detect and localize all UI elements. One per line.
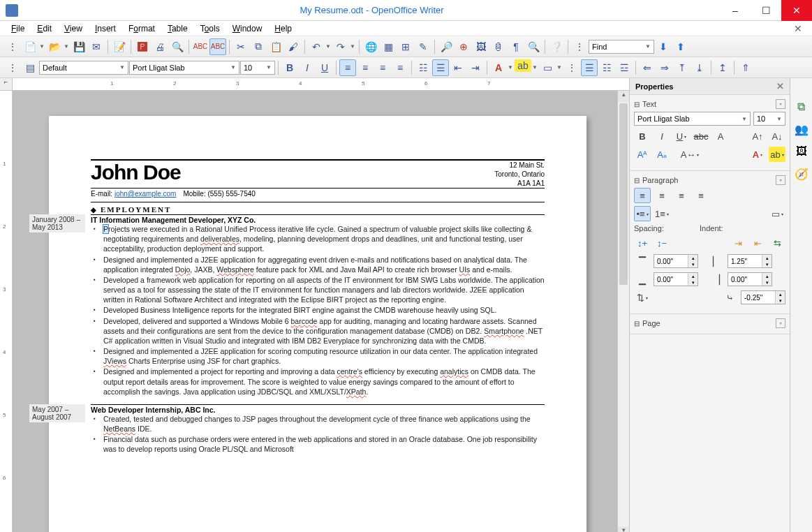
hanging-indent-button[interactable]: ⇆ — [769, 235, 785, 251]
subscript-button[interactable]: Aₐ — [654, 147, 670, 162]
underline-button[interactable]: U▾ — [673, 128, 690, 144]
linespacing-button[interactable]: ⇅▾ — [634, 290, 651, 305]
align-center-button[interactable]: ≡ — [654, 188, 670, 203]
job-title[interactable]: IT Information Management Developer, XYZ… — [91, 214, 545, 224]
fontcolor-button[interactable]: A — [490, 59, 507, 76]
chevron-down-icon[interactable]: ▼ — [531, 59, 538, 76]
below-spacing-input[interactable]: ▴▾ — [654, 272, 698, 286]
style-combo[interactable]: Default▼ — [39, 61, 128, 75]
datasources-icon[interactable]: 🛢 — [490, 38, 507, 55]
menu-insert[interactable]: Insert — [89, 22, 121, 35]
incr-spacing-button[interactable]: ↕+ — [634, 235, 651, 251]
hyperlink-icon[interactable]: 🌐 — [362, 38, 379, 55]
chevron-down-icon[interactable]: ▼ — [349, 38, 356, 55]
job-block[interactable]: January 2008 – May 2013 IT Information M… — [91, 214, 545, 397]
maximize-button[interactable]: ☐ — [751, 0, 781, 21]
numbered-list-button[interactable]: ☷ — [415, 59, 431, 76]
copy-icon[interactable]: ⧉ — [250, 38, 267, 55]
vertical-ruler[interactable]: 123 456 — [0, 91, 13, 532]
bold-button[interactable]: B — [634, 128, 651, 144]
section-header[interactable]: EMPLOYMENT — [91, 202, 545, 214]
nav-prev-icon[interactable]: ⇐ — [639, 59, 656, 76]
nonprinting-icon[interactable]: ¶ — [508, 38, 524, 55]
list-item[interactable]: Designed and implemented a project for r… — [101, 367, 545, 397]
section-toggle[interactable]: Text▫ — [634, 98, 785, 112]
handle-icon[interactable]: ⋮ — [4, 38, 21, 55]
chevron-down-icon[interactable]: ▼ — [38, 38, 45, 55]
close-button[interactable]: ✕ — [781, 0, 812, 21]
help-icon[interactable]: ❔ — [548, 38, 565, 55]
align-justify-button[interactable]: ≡ — [693, 188, 709, 203]
bgcolor-button[interactable]: ▭▾ — [769, 206, 785, 221]
show-icon[interactable]: ⊞ — [397, 38, 414, 55]
preview-icon[interactable]: 🔍 — [169, 38, 186, 55]
gallery-icon[interactable]: 🖼 — [473, 38, 489, 55]
incr-indent-button[interactable]: ⇥ — [730, 235, 746, 251]
italic-button[interactable]: I — [299, 59, 316, 76]
undo-icon[interactable]: ↶ — [308, 38, 325, 55]
handle-icon[interactable]: ⋮ — [4, 59, 21, 76]
align-left-button[interactable]: ≡ — [634, 188, 651, 203]
cut-icon[interactable]: ✂ — [232, 38, 249, 55]
menu-view[interactable]: View — [59, 22, 88, 35]
align-right-button[interactable]: ≡ — [673, 188, 690, 203]
page[interactable]: John Doe 12 Main St. Toronto, Ontario A1… — [49, 116, 586, 532]
strike-button[interactable]: abc — [693, 128, 709, 144]
draw-icon[interactable]: ✎ — [415, 38, 431, 55]
autospell-icon[interactable]: ABC — [209, 38, 226, 55]
decr-spacing-button[interactable]: ↕− — [654, 235, 670, 251]
bgcolor-button[interactable]: ▭ — [539, 59, 556, 76]
job-block[interactable]: May 2007 – August 2007 Web Developer Int… — [91, 404, 545, 455]
list-button[interactable]: ☰ — [581, 59, 598, 76]
new-icon[interactable]: 📄 — [22, 38, 38, 55]
open-icon[interactable]: 📂 — [46, 38, 63, 55]
scroll-thumb[interactable] — [619, 103, 628, 285]
chevron-down-icon[interactable]: ▼ — [325, 38, 332, 55]
menu-format[interactable]: Format — [123, 22, 161, 35]
italic-button[interactable]: I — [654, 128, 670, 144]
list3-button[interactable]: ☲ — [616, 59, 633, 76]
menu-help[interactable]: Help — [269, 22, 297, 35]
chevron-down-icon[interactable]: ▼ — [507, 59, 514, 76]
close-icon[interactable]: ✕ — [776, 81, 784, 91]
more-icon[interactable]: ▫ — [776, 175, 785, 185]
handle-icon[interactable]: ⋮ — [563, 59, 580, 76]
pdf-icon[interactable]: 🅿 — [134, 38, 151, 55]
list2-button[interactable]: ☷ — [598, 59, 615, 76]
menu-window[interactable]: Window — [227, 22, 268, 35]
align-justify-button[interactable]: ≡ — [392, 59, 408, 76]
indent-button[interactable]: ⇥ — [467, 59, 484, 76]
vertical-scrollbar[interactable]: ▴ ▾ — [617, 91, 629, 532]
print-icon[interactable]: 🖨 — [152, 38, 168, 55]
job-date[interactable]: January 2008 – May 2013 — [29, 214, 85, 232]
navigator-tab-icon[interactable]: 🧭 — [792, 165, 811, 183]
bold-button[interactable]: B — [281, 59, 298, 76]
promote-icon[interactable]: ⤒ — [674, 59, 691, 76]
list-item[interactable]: Designed and implemented a J2EE applicat… — [101, 346, 545, 366]
spacing-button[interactable]: A↔▾ — [681, 147, 698, 162]
find-prev-icon[interactable]: ⬆ — [672, 38, 689, 55]
bullet-list-button[interactable]: ☰ — [432, 59, 449, 76]
resume-contact[interactable]: E-mail: john@example.com Mobile: (555) 5… — [91, 189, 545, 202]
movedown-icon[interactable]: ⇑ — [737, 59, 754, 76]
more-icon[interactable]: ▫ — [776, 99, 785, 109]
before-indent-input[interactable]: ▴▾ — [728, 254, 772, 268]
align-center-button[interactable]: ≡ — [357, 59, 374, 76]
menu-tools[interactable]: Tools — [195, 22, 226, 35]
sidebar-size-combo[interactable]: 10▼ — [753, 112, 785, 126]
menu-file[interactable]: File — [6, 22, 30, 35]
table-icon[interactable]: ▦ — [380, 38, 397, 55]
align-right-button[interactable]: ≡ — [374, 59, 391, 76]
resume-name[interactable]: John Doe — [91, 161, 181, 188]
shadow-button[interactable]: A — [712, 128, 729, 144]
highlight-button[interactable]: ab — [515, 59, 531, 72]
underline-button[interactable]: U — [316, 59, 333, 76]
minimize-button[interactable]: – — [720, 0, 751, 21]
list-item[interactable]: Projects were executed in a Rational Uni… — [101, 224, 545, 254]
moveup-icon[interactable]: ↥ — [714, 59, 731, 76]
brush-icon[interactable]: 🖌 — [285, 38, 302, 55]
menu-table[interactable]: Table — [162, 22, 193, 35]
section-toggle[interactable]: Paragraph▫ — [634, 174, 785, 188]
list-item[interactable]: Developed Business Intelligence reports … — [101, 305, 545, 315]
scroll-down-icon[interactable]: ▾ — [618, 526, 629, 532]
